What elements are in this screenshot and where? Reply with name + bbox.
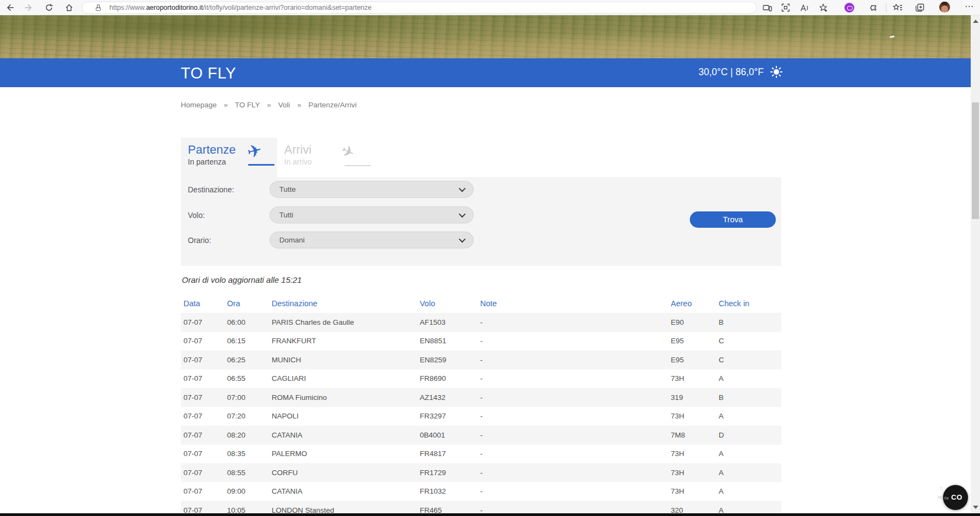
header-destinazione[interactable]: Destinazione — [269, 299, 417, 308]
header-data[interactable]: Data — [181, 299, 224, 308]
destination-label: Destinazione: — [188, 185, 234, 194]
home-icon[interactable] — [62, 1, 76, 14]
table-cell: 73H — [668, 412, 716, 420]
floating-overlay-ring-text: NO 04 — [938, 495, 949, 501]
table-cell: 07-07 — [181, 450, 224, 458]
table-cell: E95 — [668, 356, 716, 364]
breadcrumb-tofly[interactable]: TO FLY — [235, 101, 260, 109]
time-select[interactable]: Domani — [270, 232, 474, 248]
extensions-icon[interactable] — [866, 1, 880, 14]
header-ora[interactable]: Ora — [224, 299, 269, 308]
address-bar[interactable]: https://www.aeroportoditorino.it/it/tofl… — [82, 2, 757, 14]
tab-departures[interactable]: Partenze In partenza ✈ — [181, 138, 277, 177]
table-row: 07-0706:00PARIS Charles de GaulleAF1503-… — [181, 313, 781, 332]
updated-timestamp: Orari di volo aggiornati alle 15:21 — [182, 275, 302, 284]
table-row: 07-0708:35PALERMOFR4817-73HA — [181, 445, 781, 464]
header-volo[interactable]: Volo — [417, 299, 477, 308]
table-cell: CATANIA — [269, 487, 417, 495]
breadcrumb-homepage[interactable]: Homepage — [181, 101, 217, 109]
tab-groups-icon[interactable] — [912, 1, 927, 14]
back-icon[interactable] — [3, 1, 17, 14]
table-cell: B — [716, 318, 781, 326]
page-title: TO FLY — [181, 64, 236, 82]
table-cell: 73H — [668, 374, 716, 383]
qr-scan-icon[interactable] — [779, 1, 793, 14]
sun-icon — [770, 66, 782, 78]
table-cell: 08:35 — [224, 450, 269, 458]
table-cell: C — [716, 356, 781, 364]
table-row: 07-0707:00ROMA FiumicinoAZ1432-319B — [181, 388, 781, 407]
table-cell: B — [716, 393, 781, 402]
header-note[interactable]: Note — [477, 299, 668, 308]
table-cell: 73H — [668, 487, 716, 495]
toolbar-divider — [886, 3, 886, 12]
breadcrumb-separator: » — [267, 101, 272, 109]
flight-filter-panel: Destinazione: Tutte Volo: Tutti Orario: … — [181, 177, 781, 266]
destination-select[interactable]: Tutte — [270, 181, 474, 198]
breadcrumb-current: Partenze/Arrivi — [308, 101, 357, 109]
breadcrumb-separator: » — [224, 101, 228, 109]
table-cell: 7M8 — [668, 431, 716, 439]
scrollbar-thumb[interactable] — [972, 102, 979, 219]
table-cell: 08:55 — [224, 469, 269, 477]
table-cell: FR4817 — [417, 450, 477, 458]
tab-arrivals-title: Arrivi — [284, 143, 311, 157]
plane-landing-icon: ✈ — [338, 141, 357, 162]
table-cell: FRANKFURT — [269, 337, 417, 345]
table-cell: 07:20 — [224, 412, 269, 420]
table-cell: - — [477, 487, 668, 495]
table-cell: - — [477, 337, 668, 345]
favorites-icon[interactable] — [891, 1, 905, 14]
table-cell: CORFU — [269, 469, 417, 477]
table-cell: 08:20 — [224, 431, 269, 439]
table-cell: - — [477, 412, 668, 420]
flights-table-header: Data Ora Destinazione Volo Note Aereo Ch… — [181, 294, 781, 313]
table-cell: - — [477, 431, 668, 439]
table-cell: 06:15 — [224, 337, 269, 345]
breadcrumb-separator: » — [297, 101, 302, 109]
page-scrollbar[interactable] — [971, 15, 980, 516]
floating-overlay-button[interactable]: O NO 04 CO — [943, 485, 968, 510]
settings-dots-icon[interactable]: ⋯ — [965, 1, 974, 11]
table-cell: 07-07 — [181, 337, 224, 345]
table-cell: ROMA Fiumicino — [269, 393, 417, 402]
header-aereo[interactable]: Aereo — [668, 299, 716, 308]
table-cell: - — [477, 374, 668, 383]
table-cell: 73H — [668, 450, 716, 458]
table-row: 07-0708:55CORFUFR1729-73HA — [181, 463, 781, 482]
chevron-down-icon — [459, 185, 466, 192]
table-row: 07-0706:55CAGLIARIFR8690-73HA — [181, 369, 781, 388]
temperature-text: 30,0°C | 86,0°F — [699, 66, 764, 78]
tab-arrivals[interactable]: Arrivi In arrivo ✈ — [277, 138, 375, 177]
breadcrumb: Homepage » TO FLY » Voli » Partenze/Arri… — [181, 101, 357, 109]
table-cell: - — [477, 356, 668, 364]
time-label: Orario: — [188, 236, 211, 245]
read-aloud-icon[interactable] — [797, 1, 811, 14]
flight-select[interactable]: Tutti — [270, 207, 474, 223]
flight-value: Tutti — [279, 211, 293, 219]
extension-dot-icon[interactable] — [844, 3, 854, 13]
breadcrumb-voli[interactable]: Voli — [278, 101, 290, 109]
table-cell: NAPOLI — [269, 412, 417, 420]
flight-label: Volo: — [188, 211, 205, 220]
scrollbar-up-arrow[interactable] — [973, 20, 978, 23]
table-cell: FR3297 — [417, 412, 477, 420]
refresh-icon[interactable] — [42, 1, 56, 14]
table-cell: CATANIA — [269, 431, 417, 439]
table-cell: - — [477, 318, 668, 326]
table-cell: 319 — [668, 393, 716, 402]
table-cell: 06:25 — [224, 356, 269, 364]
table-cell: A — [716, 412, 781, 420]
table-cell: A — [716, 469, 781, 477]
lock-icon[interactable] — [94, 3, 103, 12]
forward-icon — [22, 1, 36, 14]
header-checkin[interactable]: Check in — [716, 299, 781, 308]
devices-icon[interactable] — [760, 1, 774, 14]
find-button[interactable]: Trova — [690, 211, 776, 228]
profile-avatar[interactable] — [939, 2, 950, 13]
table-row: 07-0709:00CATANIAFR1032-73HA — [181, 482, 781, 501]
chevron-down-icon — [459, 236, 466, 243]
add-favorite-icon[interactable] — [816, 1, 830, 14]
scrollbar-down-arrow[interactable] — [973, 506, 978, 509]
tab-arrivals-subtitle: In arrivo — [284, 157, 312, 166]
